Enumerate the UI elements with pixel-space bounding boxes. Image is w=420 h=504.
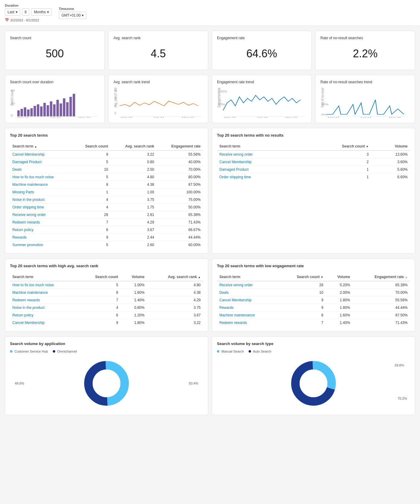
table-row: Receive wrong order262.8165.38% bbox=[10, 211, 203, 219]
th-st-le[interactable]: Search term bbox=[217, 273, 278, 281]
donut-type-legend: Manual Search Auto Search bbox=[217, 350, 410, 353]
chart-title-0: Search count over duration bbox=[10, 80, 100, 84]
table-cell: 13.60% bbox=[371, 151, 410, 158]
donut-app-title: Search volume by application bbox=[10, 341, 203, 346]
chart-search-count: Search count over duration 20 10 0 bbox=[5, 75, 105, 123]
th-vol-le[interactable]: Volume bbox=[326, 273, 353, 281]
table-cell[interactable]: Cancel Membership bbox=[217, 158, 301, 166]
th-avg-rank[interactable]: Avg. search rank bbox=[110, 142, 157, 151]
table-cell[interactable]: Damaged Product bbox=[217, 166, 301, 173]
svg-rect-10 bbox=[40, 106, 43, 116]
table-cell[interactable]: Receive wrong order bbox=[217, 281, 278, 289]
table-cell: 9 bbox=[73, 234, 110, 241]
table-cell[interactable]: Redeem rewards bbox=[10, 219, 73, 226]
table-cell: 2.44 bbox=[110, 234, 157, 241]
low-engagement-scroll[interactable]: Search term Search count ▼ Volume Engage… bbox=[217, 273, 410, 326]
line-chart-engagement-svg: 100% 50% Mar 27 Apr 24 May 22 Engagement… bbox=[217, 88, 307, 118]
table-cell[interactable]: Cancel Membership bbox=[10, 319, 79, 327]
th-asr-hr[interactable]: Avg. search rank ▲ bbox=[147, 273, 203, 281]
table-cell[interactable]: Receive wrong order bbox=[217, 151, 301, 158]
donut-app-svg bbox=[82, 359, 131, 407]
timezone-select[interactable]: GMT+01:00 ▾ bbox=[59, 12, 87, 19]
top20-low-engagement-title: Top 20 search terms with low engagement … bbox=[217, 264, 410, 268]
table-cell: 7 bbox=[79, 296, 120, 304]
chart-title-2: Engagement rate trend bbox=[217, 80, 307, 84]
top20-no-results-card: Top 20 search terms with no results Sear… bbox=[212, 128, 415, 254]
table-cell[interactable]: Machine maintenance bbox=[10, 289, 79, 296]
table-cell: 1.00 bbox=[110, 189, 157, 196]
table-row: Damaged Product50.8040.00% bbox=[10, 158, 203, 166]
svg-text:0: 0 bbox=[11, 114, 13, 117]
table-cell[interactable]: Noise in the product bbox=[10, 304, 79, 312]
table-cell[interactable]: Receive wrong order bbox=[10, 211, 73, 219]
chart-area-2: 100% 50% Mar 27 Apr 24 May 22 Engagement… bbox=[217, 88, 307, 118]
table-cell: 1.40% bbox=[326, 319, 353, 327]
table-cell[interactable]: Redeem rewards bbox=[217, 319, 278, 327]
table-cell: 10 bbox=[278, 289, 326, 296]
table-cell: 2 bbox=[301, 158, 371, 166]
table-cell[interactable]: Rewards bbox=[217, 304, 278, 312]
th-search-term[interactable]: Search term ▲ bbox=[10, 142, 73, 151]
table-row: Machine maintenance84.3887.50% bbox=[10, 181, 203, 189]
table-cell: 9 bbox=[79, 319, 120, 327]
donut-app-container: 49.6% 50.4% bbox=[10, 359, 203, 407]
duration-value-select[interactable]: 6 bbox=[22, 8, 30, 16]
table-row: Redeem rewards71.40%71.43% bbox=[217, 319, 410, 327]
table-cell[interactable]: Machine maintenance bbox=[217, 312, 278, 319]
table-cell[interactable]: Deals bbox=[217, 289, 278, 296]
table-cell[interactable]: Order shipping time bbox=[217, 173, 301, 181]
line-chart-no-result-svg: 50% 0% Mar 27 Apr 24 May 22 Rate of no-r… bbox=[320, 88, 410, 118]
table-cell[interactable]: Rewards bbox=[10, 234, 73, 241]
table-cell: 2.00% bbox=[326, 289, 353, 296]
table-cell[interactable]: Cancel Membership bbox=[217, 296, 278, 304]
svg-rect-8 bbox=[33, 106, 36, 116]
table-cell[interactable]: Summer promotion bbox=[10, 241, 73, 249]
svg-text:2: 2 bbox=[114, 112, 116, 115]
table-cell: 10 bbox=[73, 166, 110, 173]
th-search-count-nr[interactable]: Search count ▼ bbox=[301, 142, 371, 151]
last-select[interactable]: Last ▾ bbox=[5, 8, 20, 16]
table-cell[interactable]: Machine maintenance bbox=[10, 181, 73, 189]
table-cell: 80.00% bbox=[157, 173, 203, 181]
table-cell[interactable]: Cancel Membership bbox=[10, 151, 73, 158]
table-cell[interactable]: Deals bbox=[10, 166, 73, 173]
donut-application-card: Search volume by application Customer Se… bbox=[5, 336, 208, 415]
table-cell: 3.75 bbox=[147, 304, 203, 312]
table-cell[interactable]: Noise in the product bbox=[10, 196, 73, 204]
table-row: Machine maintenance81.60%4.38 bbox=[10, 289, 203, 296]
table-cell[interactable]: Redeem rewards bbox=[10, 296, 79, 304]
table-cell[interactable]: How to fix too much noise bbox=[10, 173, 73, 181]
svg-text:Search count: Search count bbox=[10, 90, 14, 106]
table-row: Rewards92.4444.44% bbox=[10, 234, 203, 241]
th-volume-nr[interactable]: Volume bbox=[371, 142, 410, 151]
table-row: Deals102.5070.00% bbox=[10, 166, 203, 173]
table-cell: 66.67% bbox=[157, 226, 203, 234]
table-cell[interactable]: Order shipping time bbox=[10, 204, 73, 211]
table-cell: 3.75 bbox=[110, 196, 157, 204]
th-sc-le[interactable]: Search count ▼ bbox=[278, 273, 326, 281]
donut-type-svg bbox=[289, 359, 338, 407]
table-cell: 4.29 bbox=[110, 219, 157, 226]
metric-engagement-rate: Engagement rate 64.6% bbox=[212, 31, 312, 70]
table-cell[interactable]: Return policy bbox=[10, 312, 79, 319]
svg-rect-3 bbox=[17, 110, 20, 116]
legend-item-0: Customer Service Hub bbox=[10, 350, 48, 353]
metric-avg-rank: Avg. search rank 4.5 bbox=[108, 31, 208, 70]
th-er-le[interactable]: Engagement rate ▲ bbox=[352, 273, 410, 281]
metric-search-count: Search count 500 bbox=[5, 31, 105, 70]
th-vol-hr[interactable]: Volume bbox=[121, 273, 147, 281]
th-engagement-rate[interactable]: Engagement rate bbox=[157, 142, 203, 151]
th-sc-hr[interactable]: Search count bbox=[79, 273, 120, 281]
th-search-term-nr[interactable]: Search term bbox=[217, 142, 301, 151]
months-select[interactable]: Months ▾ bbox=[31, 8, 51, 16]
table-cell[interactable]: Return policy bbox=[10, 226, 73, 234]
th-search-count[interactable]: Search count bbox=[73, 142, 110, 151]
high-rank-scroll[interactable]: Search term Search count Volume Avg. sea… bbox=[10, 273, 203, 326]
legend-dot-0 bbox=[10, 350, 12, 353]
th-st-hr[interactable]: Search term bbox=[10, 273, 79, 281]
table-cell[interactable]: How to fix too much noise bbox=[10, 281, 79, 289]
table-cell[interactable]: Missing Parts bbox=[10, 189, 73, 196]
table-cell: 1 bbox=[301, 173, 371, 181]
table-row: Return policy63.6766.67% bbox=[10, 226, 203, 234]
table-cell[interactable]: Damaged Product bbox=[10, 158, 73, 166]
